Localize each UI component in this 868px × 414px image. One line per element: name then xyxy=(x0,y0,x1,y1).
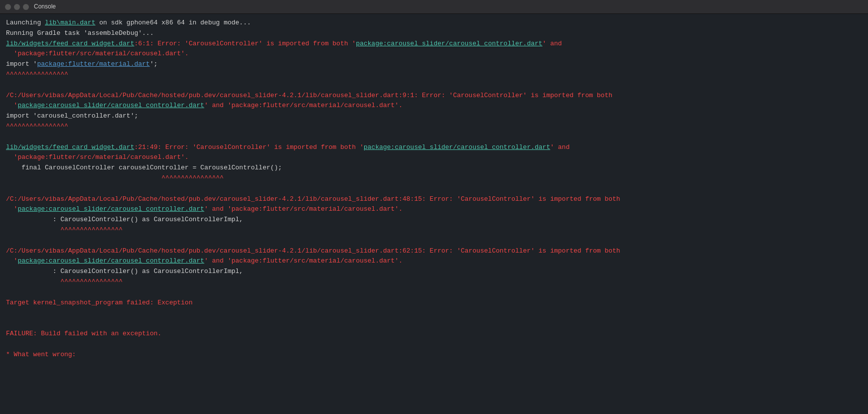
console-line: : CarouselController() as CarouselContro… xyxy=(6,267,862,277)
console-line xyxy=(6,132,862,142)
console-line: 'package:carousel_slider/carousel_contro… xyxy=(6,101,862,111)
console-text: Launching xyxy=(6,19,45,26)
console-line xyxy=(6,318,862,329)
console-text: :21:49: Error: 'CarouselController' is i… xyxy=(134,143,363,151)
console-text: ^^^^^^^^^^^^^^^^ xyxy=(6,123,68,130)
console-text: : CarouselController() as CarouselContro… xyxy=(6,216,243,223)
console-text: ' xyxy=(6,257,17,265)
console-link[interactable]: package:carousel_slider/carousel_control… xyxy=(364,143,550,151)
console-line: import 'carousel_controller.dart'; xyxy=(6,111,862,122)
console-text: ' and xyxy=(543,40,562,47)
console-line: /C:/Users/vibas/AppData/Local/Pub/Cache/… xyxy=(6,194,862,205)
title-bar: Console xyxy=(0,0,868,14)
console-text: ' xyxy=(6,205,17,213)
console-line: ^^^^^^^^^^^^^^^^ xyxy=(6,277,862,287)
console-link[interactable]: package:carousel_slider/carousel_control… xyxy=(17,102,204,109)
console-text: '; xyxy=(150,60,158,68)
console-text: * What went wrong: xyxy=(6,351,76,358)
console-line: 'package:flutter/src/material/carousel.d… xyxy=(6,49,862,59)
console-link[interactable]: lib/widgets/feed_card_widget.dart xyxy=(6,143,134,151)
console-text: 'package:flutter/src/material/carousel.d… xyxy=(6,153,189,161)
console-text: /C:/Users/vibas/AppData/Local/Pub/Cache/… xyxy=(6,195,620,203)
console-line: /C:/Users/vibas/AppData/Local/Pub/Cache/… xyxy=(6,246,862,257)
console-text: : CarouselController() as CarouselContro… xyxy=(6,268,243,275)
console-text: final CarouselController carouselControl… xyxy=(6,164,282,171)
console-text: import 'carousel_controller.dart'; xyxy=(6,112,138,120)
console-text: ^^^^^^^^^^^^^^^^ xyxy=(6,71,68,78)
console-line: 'package:carousel_slider/carousel_contro… xyxy=(6,256,862,267)
title-bar-buttons xyxy=(5,4,29,10)
maximize-button[interactable] xyxy=(23,4,29,10)
console-text: import ' xyxy=(6,60,37,68)
console-line xyxy=(6,80,862,91)
console-text: ' and 'package:flutter/src/material/caro… xyxy=(204,205,403,213)
console-line: Launching lib\main.dart on sdk gphone64 … xyxy=(6,18,862,28)
console-text: ^^^^^^^^^^^^^^^^ xyxy=(6,226,123,234)
console-line xyxy=(6,308,862,318)
console-line: final CarouselController carouselControl… xyxy=(6,163,862,173)
console-line: import 'package:flutter/material.dart'; xyxy=(6,59,862,70)
console-text: ' and 'package:flutter/src/material/caro… xyxy=(204,257,403,265)
console-text: 'package:flutter/src/material/carousel.d… xyxy=(6,50,189,57)
console-line: ^^^^^^^^^^^^^^^^ xyxy=(6,225,862,236)
console-line: ^^^^^^^^^^^^^^^^ xyxy=(6,173,862,184)
close-button[interactable] xyxy=(5,4,11,10)
console-link[interactable]: package:carousel_slider/carousel_control… xyxy=(17,257,204,265)
console-line: ^^^^^^^^^^^^^^^^ xyxy=(6,122,862,132)
console-line xyxy=(6,236,862,246)
console-line xyxy=(6,184,862,194)
console-line: * What went wrong: xyxy=(6,350,862,360)
console-link[interactable]: package:carousel_slider/carousel_control… xyxy=(356,40,542,47)
console-text: Target kernel_snapshot_program failed: E… xyxy=(6,299,192,306)
console-area: Launching lib\main.dart on sdk gphone64 … xyxy=(0,14,868,364)
console-line: Target kernel_snapshot_program failed: E… xyxy=(6,298,862,308)
console-line: ^^^^^^^^^^^^^^^^ xyxy=(6,70,862,80)
console-line: lib/widgets/feed_card_widget.dart:6:1: E… xyxy=(6,39,862,49)
console-line: FAILURE: Build failed with an exception. xyxy=(6,329,862,339)
console-text: ^^^^^^^^^^^^^^^^ xyxy=(6,278,123,285)
console-line: Running Gradle task 'assembleDebug'... xyxy=(6,28,862,39)
console-link[interactable]: package:flutter/material.dart xyxy=(37,60,149,68)
console-line: lib/widgets/feed_card_widget.dart:21:49:… xyxy=(6,142,862,153)
console-line: /C:/Users/vibas/AppData/Local/Pub/Cache/… xyxy=(6,91,862,101)
minimize-button[interactable] xyxy=(14,4,20,10)
title-bar-title: Console xyxy=(34,2,56,11)
console-text: on sdk gphone64 x86 64 in debug mode... xyxy=(95,19,251,26)
console-text: Running Gradle task 'assembleDebug'... xyxy=(6,29,153,37)
console-link[interactable]: lib\main.dart xyxy=(45,19,95,26)
console-text: /C:/Users/vibas/AppData/Local/Pub/Cache/… xyxy=(6,247,620,255)
console-text: /C:/Users/vibas/AppData/Local/Pub/Cache/… xyxy=(6,92,612,99)
console-link[interactable]: lib/widgets/feed_card_widget.dart xyxy=(6,40,134,47)
console-text: ^^^^^^^^^^^^^^^^ xyxy=(6,174,224,182)
console-text: FAILURE: Build failed with an exception. xyxy=(6,330,161,337)
console-text: ' and xyxy=(550,143,570,151)
console-text: ' xyxy=(6,102,17,109)
console-link[interactable]: package:carousel_slider/carousel_control… xyxy=(17,205,204,213)
console-text: ' and 'package:flutter/src/material/caro… xyxy=(204,102,403,109)
console-text: :6:1: Error: 'CarouselController' is imp… xyxy=(134,40,356,47)
console-line: 'package:carousel_slider/carousel_contro… xyxy=(6,204,862,215)
console-line: : CarouselController() as CarouselContro… xyxy=(6,215,862,225)
console-line xyxy=(6,339,862,350)
console-line xyxy=(6,287,862,298)
console-line: 'package:flutter/src/material/carousel.d… xyxy=(6,152,862,163)
